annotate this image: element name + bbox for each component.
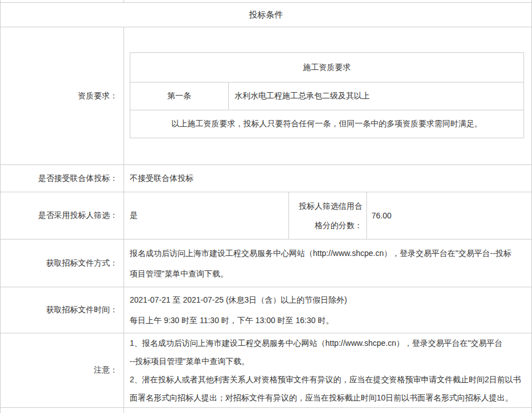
nested-table-clause-row: 第一条 水利水电工程施工总承包二级及其以上 <box>130 82 523 110</box>
obtain-time-line: 每日上午 9:30 时至 11:30 时，下午 13:00 时至 16:30 时… <box>130 310 531 331</box>
consortium-label: 是否接受联合体投标： <box>1 165 124 192</box>
clause-number: 第一条 <box>130 82 229 110</box>
obtain-method-content: 报名成功后访问上海市建设工程交易服务中心网站（http://www.shcpe.… <box>124 239 531 287</box>
notice-content: 1、报名成功后访问上海市建设工程交易服务中心网站（http://www.shcp… <box>124 333 531 407</box>
nested-table-note: 以上施工资质要求，投标人只要符合任何一条，但同一条中的多项资质要求需同时满足。 <box>130 110 523 138</box>
obtain-method-line: 报名成功后访问上海市建设工程交易服务中心网站（http://www.shcpe.… <box>130 243 531 263</box>
row-obtain-method: 获取招标文件方式： 报名成功后访问上海市建设工程交易服务中心网站（http://… <box>1 239 531 287</box>
obtain-time-content: 2021-07-21 至 2021-07-25 (休息3日（含）以上的节假日除外… <box>124 287 531 333</box>
screening-score-value: 76.00 <box>367 192 531 239</box>
obtain-method-line: 项目管理"菜单中查询下载。 <box>130 263 531 284</box>
clause-text: 水利水电工程施工总承包二级及其以上 <box>229 82 523 110</box>
nested-table-header: 施工资质要求 <box>130 53 523 82</box>
screening-value: 是 <box>124 192 289 239</box>
row-section-header: 投标条件 <box>1 3 531 27</box>
qualification-content-cell: 施工资质要求 第一条 水利水电工程施工总承包二级及其以上 以上施工资质要求，投标… <box>124 27 531 164</box>
obtain-method-label: 获取招标文件方式： <box>1 239 124 287</box>
row-consortium: 是否接受联合体投标： 不接受联合体投标 <box>1 165 531 192</box>
obtain-time-line: 2021-07-21 至 2021-07-25 (休息3日（含）以上的节假日除外… <box>130 290 531 310</box>
row-bottom-sliver <box>1 408 531 413</box>
row-obtain-time: 获取招标文件时间： 2021-07-21 至 2021-07-25 (休息3日（… <box>1 287 531 333</box>
row-qualification: 资质要求： 施工资质要求 第一条 水利水电工程施工总承包二级及其以上 以上施工资… <box>1 27 531 165</box>
notice-label: 注意： <box>1 333 124 407</box>
section-title: 投标条件 <box>249 10 283 20</box>
qualification-label: 资质要求： <box>1 27 124 164</box>
row-screening: 是否采用投标人筛选： 是 投标人筛选信用合 格分的分数： 76.00 <box>1 192 531 239</box>
obtain-time-label: 获取招标文件时间： <box>1 287 124 333</box>
notice-line: 面署名形式向招标人提出；对招标文件有异议的，应当在投标截止时间10日前以书面署名… <box>130 389 531 407</box>
screening-label: 是否采用投标人筛选： <box>1 192 124 239</box>
screening-score-label-line: 投标人筛选信用合 <box>299 196 362 216</box>
notice-line: 2、潜在投标人或者其他利害关系人对资格预审文件有异议的，应当在提交资格预审申请文… <box>130 370 531 389</box>
screening-score-label: 投标人筛选信用合 格分的分数： <box>289 192 367 239</box>
consortium-value: 不接受联合体投标 <box>124 165 531 192</box>
construction-qualification-table: 施工资质要求 第一条 水利水电工程施工总承包二级及其以上 以上施工资质要求，投标… <box>130 52 524 138</box>
bottom-sliver-label-cell <box>1 408 124 413</box>
top-sliver-content-cell <box>124 0 531 2</box>
row-notice: 注意： 1、报名成功后访问上海市建设工程交易服务中心网站（http://www.… <box>1 333 531 408</box>
notice-line: --投标项目管理"菜单中查询下载。 <box>130 352 531 370</box>
bid-conditions-table: 投标条件 资质要求： 施工资质要求 第一条 水利水电工程施工总承包二级及其以上 … <box>0 0 532 413</box>
bottom-sliver-content-cell <box>124 408 531 413</box>
notice-line: 1、报名成功后访问上海市建设工程交易服务中心网站（http://www.shcp… <box>130 334 531 352</box>
screening-score-label-line: 格分的分数： <box>315 216 362 235</box>
top-sliver-label-cell <box>1 0 124 2</box>
